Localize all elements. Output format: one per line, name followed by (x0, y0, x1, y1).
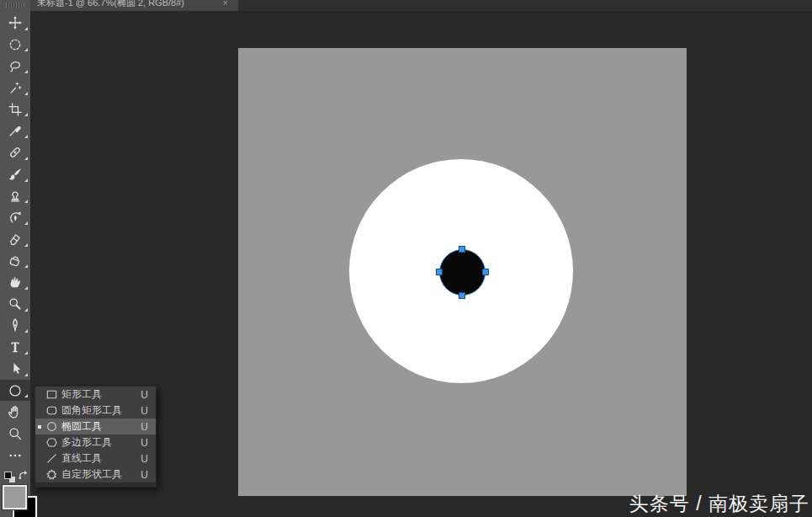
zoom-icon (8, 426, 23, 441)
flyout-indicator (24, 200, 28, 203)
menu-item-shortcut: U (141, 437, 148, 449)
lasso-icon (8, 58, 23, 73)
menu-item-shortcut: U (141, 469, 148, 481)
dodge-tool[interactable] (0, 293, 30, 315)
menu-item-line-tool[interactable]: 直线工具 U (35, 450, 156, 466)
anchor-handle-right[interactable] (482, 269, 489, 275)
type-icon (8, 339, 23, 354)
menu-item-rounded-rectangle-tool[interactable]: 圆角矩形工具 U (35, 402, 156, 418)
paint-bucket-tool[interactable] (0, 250, 30, 272)
rectangle-icon (45, 388, 58, 401)
smudge-tool[interactable] (0, 271, 30, 293)
flyout-indicator (24, 157, 28, 160)
ellipse-tool[interactable] (0, 380, 30, 402)
tools-column (0, 12, 30, 466)
swap-colors-icon[interactable] (18, 470, 29, 482)
magic-wand-icon (8, 80, 23, 95)
magic-wand-tool[interactable] (0, 77, 30, 99)
path-select-tool[interactable] (0, 358, 30, 380)
flyout-indicator (24, 221, 28, 225)
pen-icon (8, 317, 23, 333)
flyout-indicator (24, 329, 28, 333)
crop-tool[interactable] (0, 99, 30, 120)
elliptical-marquee-icon (8, 37, 23, 52)
menu-item-label: 圆角矩形工具 (61, 403, 141, 418)
tab-bar: 未标题-1 @ 66.7%(椭圆 2, RGB/8#) × (30, 0, 812, 11)
menu-item-shortcut: U (141, 421, 148, 433)
menu-item-shortcut: U (141, 453, 148, 465)
pen-tool[interactable] (0, 315, 30, 337)
menu-item-label: 椭圆工具 (61, 419, 141, 434)
history-brush-icon (8, 210, 23, 225)
flyout-indicator (24, 394, 28, 397)
lasso-tool[interactable] (0, 55, 30, 77)
eraser-tool[interactable] (0, 228, 30, 250)
healing-brush-tool[interactable] (0, 141, 30, 163)
flyout-indicator (24, 308, 28, 312)
zoom-tool[interactable] (0, 423, 30, 445)
menu-item-custom-shape-tool[interactable]: 自定形状工具 U (35, 466, 156, 482)
panel-grip[interactable] (6, 3, 24, 8)
eraser-icon (8, 232, 23, 247)
black-circle-shape (439, 249, 486, 296)
shape-tools-flyout-menu: 矩形工具 U 圆角矩形工具 U 椭圆工具 U 多边形工具 U 直线工具 U (34, 386, 157, 488)
menu-item-rectangle-tool[interactable]: 矩形工具 U (35, 386, 156, 402)
path-select-icon (8, 361, 23, 376)
photoshop-window: 未标题-1 @ 66.7%(椭圆 2, RGB/8#) × (0, 0, 812, 517)
menu-item-shortcut: U (141, 405, 148, 417)
foreground-color-swatch[interactable] (3, 485, 27, 509)
brush-tool[interactable] (0, 163, 30, 185)
watermark-text: 头条号 / 南极卖扇子 (629, 491, 809, 517)
tools-panel (0, 0, 30, 517)
ellipse-tool-icon (8, 383, 23, 398)
move-tool[interactable] (0, 12, 30, 34)
healing-brush-icon (8, 145, 23, 160)
flyout-indicator (24, 243, 28, 247)
line-icon (45, 452, 58, 465)
menu-item-label: 多边形工具 (61, 435, 141, 450)
polygon-icon (45, 436, 58, 449)
flyout-indicator (24, 286, 28, 290)
default-colors-icon[interactable] (4, 472, 15, 482)
rounded-rectangle-icon (45, 404, 58, 417)
smudge-icon (8, 274, 23, 290)
move-icon (8, 15, 23, 30)
flyout-indicator (24, 27, 28, 30)
flyout-indicator (24, 113, 28, 116)
flyout-indicator (24, 351, 28, 354)
anchor-handle-top[interactable] (459, 246, 465, 253)
document-tab-title: 未标题-1 @ 66.7%(椭圆 2, RGB/8#) (37, 0, 184, 9)
history-brush-tool[interactable] (0, 206, 30, 228)
menu-bottom-edge (35, 482, 156, 487)
ellipse-icon (45, 420, 58, 433)
menu-item-ellipse-tool[interactable]: 椭圆工具 U (35, 418, 156, 434)
flyout-indicator (24, 264, 28, 268)
menu-item-polygon-tool[interactable]: 多边形工具 U (35, 434, 156, 450)
flyout-indicator (24, 70, 28, 73)
clone-stamp-icon (8, 188, 23, 203)
edit-toolbar-button[interactable] (0, 445, 30, 466)
flyout-indicator (24, 92, 28, 95)
custom-shape-icon (45, 468, 58, 481)
dodge-icon (8, 296, 23, 312)
color-controls (0, 470, 30, 483)
ellipsis-icon (8, 448, 23, 463)
elliptical-marquee-tool[interactable] (0, 34, 30, 56)
paint-bucket-icon (8, 253, 23, 268)
eyedropper-icon (8, 123, 23, 138)
type-tool[interactable] (0, 336, 30, 358)
anchor-handle-left[interactable] (436, 269, 443, 275)
anchor-handle-bottom[interactable] (459, 292, 465, 299)
eyedropper-tool[interactable] (0, 120, 30, 141)
brush-icon (8, 167, 23, 182)
document-tab[interactable]: 未标题-1 @ 66.7%(椭圆 2, RGB/8#) × (30, 0, 238, 11)
menu-item-shortcut: U (141, 389, 148, 401)
menu-item-label: 矩形工具 (61, 387, 141, 402)
hand-icon (8, 404, 23, 419)
selected-bullet (38, 425, 45, 429)
crop-icon (8, 102, 23, 117)
flyout-indicator (24, 135, 28, 138)
hand-tool[interactable] (0, 401, 30, 423)
clone-stamp-tool[interactable] (0, 185, 30, 207)
close-icon[interactable]: × (223, 0, 228, 8)
